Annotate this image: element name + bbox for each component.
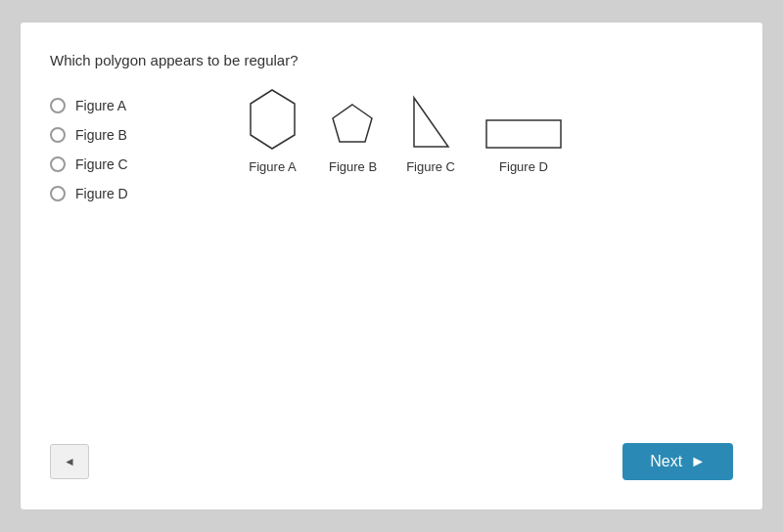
option-a-label: Figure A bbox=[75, 98, 126, 113]
figure-d-svg bbox=[484, 112, 563, 152]
figure-c-svg bbox=[409, 93, 453, 152]
figure-a-svg bbox=[246, 88, 299, 152]
figures-section: Figure A Figure B Figure C bbox=[246, 88, 563, 174]
figure-b-svg bbox=[331, 103, 375, 152]
figure-d-label: Figure D bbox=[499, 159, 548, 174]
option-b[interactable]: Figure B bbox=[50, 127, 207, 143]
option-b-label: Figure B bbox=[75, 127, 127, 143]
radio-d[interactable] bbox=[50, 186, 66, 201]
option-a[interactable]: Figure A bbox=[50, 98, 207, 113]
radio-c[interactable] bbox=[50, 156, 66, 172]
radio-b[interactable] bbox=[50, 127, 66, 143]
figure-d-item: Figure D bbox=[484, 112, 563, 174]
figure-a-item: Figure A bbox=[246, 88, 299, 174]
quiz-card: Which polygon appears to be regular? Fig… bbox=[20, 22, 763, 510]
figure-b-item: Figure B bbox=[329, 103, 377, 174]
question-text: Which polygon appears to be regular? bbox=[50, 52, 733, 68]
figure-a-label: Figure A bbox=[249, 159, 296, 174]
option-c[interactable]: Figure C bbox=[50, 156, 207, 172]
buttons-row: ◄ Next ► bbox=[50, 443, 733, 480]
next-button[interactable]: Next ► bbox=[622, 443, 733, 480]
radio-a[interactable] bbox=[50, 98, 66, 113]
next-arrow-icon: ► bbox=[690, 453, 706, 470]
svg-marker-2 bbox=[414, 98, 448, 147]
back-button[interactable]: ◄ bbox=[50, 444, 89, 479]
option-d[interactable]: Figure D bbox=[50, 186, 207, 201]
svg-marker-1 bbox=[333, 105, 372, 142]
svg-marker-0 bbox=[251, 90, 295, 149]
svg-rect-3 bbox=[486, 120, 561, 148]
content-area: Figure A Figure B Figure C Figure D bbox=[50, 88, 733, 201]
figure-c-item: Figure C bbox=[406, 93, 455, 174]
option-d-label: Figure D bbox=[75, 186, 128, 201]
figure-c-label: Figure C bbox=[406, 159, 455, 174]
figure-b-label: Figure B bbox=[329, 159, 377, 174]
options-section: Figure A Figure B Figure C Figure D bbox=[50, 98, 207, 201]
next-label: Next bbox=[650, 453, 682, 470]
option-c-label: Figure C bbox=[75, 156, 128, 172]
